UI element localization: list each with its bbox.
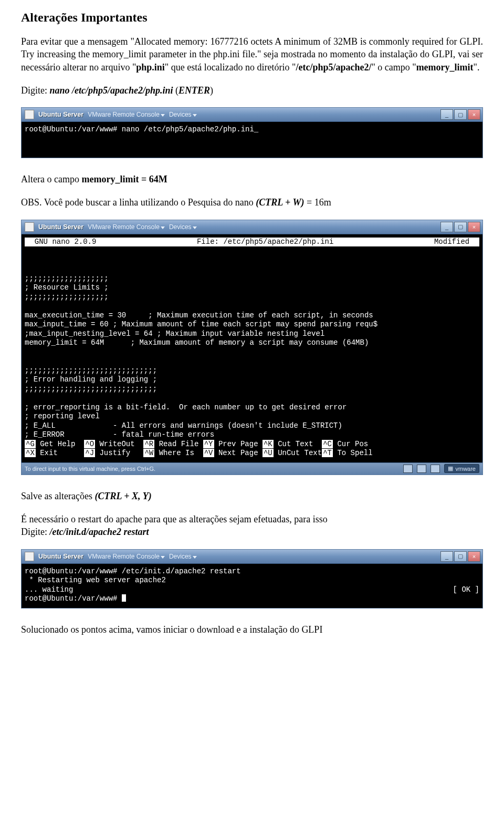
vmware-window-3: Ubuntu Server VMware Remote Console Devi… — [21, 549, 483, 609]
close-button[interactable]: × — [468, 551, 480, 562]
minimize-button[interactable]: _ — [440, 222, 453, 232]
terminal-line: * Restarting web server apache2 — [25, 576, 166, 584]
paragraph-restart: É necessário o restart do apache para qu… — [21, 513, 483, 539]
window-icon — [25, 110, 34, 119]
menu-devices[interactable]: Devices — [169, 111, 197, 118]
text: " que está localizado no diretório " — [165, 62, 296, 73]
text: ) — [210, 85, 213, 96]
text-bold: php.ini — [136, 62, 165, 73]
terminal-line: root@Ubuntu:/var/www# — [25, 594, 122, 603]
vmware-window-1: Ubuntu Server VMware Remote Console Devi… — [21, 107, 483, 158]
paragraph-intro: Para evitar que a mensagem "Allocated me… — [21, 35, 483, 74]
window-icon — [25, 552, 34, 561]
key-hint: (CTRL + X, Y) — [94, 491, 151, 501]
minimize-button[interactable]: _ — [440, 109, 453, 120]
chevron-down-icon — [161, 226, 165, 229]
text: " o campo " — [371, 62, 416, 73]
paragraph-search-hint: OBS. Você pode buscar a linha utilizando… — [21, 196, 483, 209]
chevron-down-icon — [161, 114, 165, 117]
terminal-line: root@Ubuntu:/var/www# nano /etc/php5/apa… — [25, 125, 258, 133]
window-title: Ubuntu Server — [38, 553, 83, 560]
footer-hint: To direct input to this virtual machine,… — [25, 466, 155, 472]
text: OBS. Você pode buscar a linha utilizando… — [21, 197, 256, 208]
maximize-button[interactable]: ▢ — [454, 551, 467, 562]
terminal-output[interactable]: root@Ubuntu:/var/www# nano /etc/php5/apa… — [22, 122, 482, 158]
text: ( — [173, 85, 179, 96]
nano-filename: File: /etc/php5/apache2/php.ini — [197, 238, 333, 247]
window-title: Ubuntu Server — [38, 223, 83, 231]
nano-version: GNU nano 2.0.9 — [26, 238, 96, 247]
paragraph-memory-limit: Altera o campo memory_limit = 64M — [21, 173, 483, 185]
cursor-icon — [122, 594, 126, 602]
menu-devices[interactable]: Devices — [169, 553, 197, 560]
nano-header: GNU nano 2.0.9File: /etc/php5/apache2/ph… — [25, 238, 479, 247]
key-hint: ENTER — [178, 85, 210, 96]
page-title: Alterações Importantes — [21, 11, 483, 25]
terminal-output[interactable]: root@Ubuntu:/var/www# /etc/init.d/apache… — [22, 564, 482, 608]
close-button[interactable]: × — [468, 222, 480, 232]
close-button[interactable]: × — [468, 109, 480, 120]
paragraph-conclusion: Solucionado os pontos acima, vamos inici… — [21, 623, 483, 636]
tray-icon[interactable] — [430, 465, 440, 473]
text: Salve as alterações — [21, 491, 94, 501]
minimize-button[interactable]: _ — [440, 551, 453, 562]
text: Digite: — [21, 85, 50, 96]
chevron-down-icon — [193, 226, 197, 229]
window-footer: To direct input to this virtual machine,… — [22, 462, 482, 475]
text: = 16m — [304, 197, 331, 208]
key-hint: (CTRL + W) — [256, 197, 304, 208]
nano-help-row-1: ^G Get Help ^O WriteOut ^R Read File ^Y … — [25, 440, 479, 449]
text: ". — [474, 62, 480, 73]
window-icon — [25, 222, 34, 232]
tray-icon[interactable] — [403, 465, 413, 473]
text-bold: memory_limit — [416, 62, 474, 73]
paragraph-command-1: Digite: nano /etc/php5/apache2/php.ini (… — [21, 84, 483, 97]
text-bold: memory_limit = 64M — [81, 174, 167, 184]
window-titlebar[interactable]: Ubuntu Server VMware Remote Console Devi… — [22, 220, 482, 234]
command-text: nano /etc/php5/apache2/php.ini — [50, 85, 173, 96]
maximize-button[interactable]: ▢ — [454, 109, 467, 120]
tray-icon[interactable] — [417, 465, 426, 473]
terminal-line: root@Ubuntu:/var/www# /etc/init.d/apache… — [25, 567, 241, 575]
chevron-down-icon — [193, 114, 197, 117]
command-text: /etc/init.d/apache2 restart — [50, 527, 149, 537]
nano-editor[interactable]: GNU nano 2.0.9File: /etc/php5/apache2/ph… — [22, 234, 482, 462]
menu-remote-console[interactable]: VMware Remote Console — [88, 553, 165, 560]
terminal-line: ... waiting — [25, 585, 73, 595]
window-titlebar[interactable]: Ubuntu Server VMware Remote Console Devi… — [22, 108, 482, 122]
text: É necessário o restart do apache para qu… — [21, 514, 328, 524]
vmware-window-2: Ubuntu Server VMware Remote Console Devi… — [21, 220, 483, 475]
text: Altera o campo — [21, 174, 81, 184]
menu-remote-console[interactable]: VMware Remote Console — [88, 111, 165, 118]
paragraph-save: Salve as alterações (CTRL + X, Y) — [21, 490, 483, 502]
chevron-down-icon — [193, 556, 197, 559]
menu-remote-console[interactable]: VMware Remote Console — [88, 223, 165, 231]
window-titlebar[interactable]: Ubuntu Server VMware Remote Console Devi… — [22, 550, 482, 564]
nano-help-row-2: ^X Exit ^J Justify ^W Where Is ^V Next P… — [25, 449, 479, 458]
text: Digite: — [21, 527, 50, 537]
nano-modified: Modified — [434, 238, 478, 247]
maximize-button[interactable]: ▢ — [454, 222, 467, 232]
nano-content: ;;;;;;;;;;;;;;;;;;; ; Resource Limits ; … — [25, 274, 377, 439]
chevron-down-icon — [161, 556, 165, 559]
text-bold: /etc/php5/apache2/ — [296, 62, 371, 73]
menu-devices[interactable]: Devices — [169, 223, 197, 231]
vmware-badge[interactable]: ▦ vmware — [444, 464, 479, 473]
window-title: Ubuntu Server — [38, 111, 83, 118]
ok-status: [ OK ] — [453, 585, 479, 595]
